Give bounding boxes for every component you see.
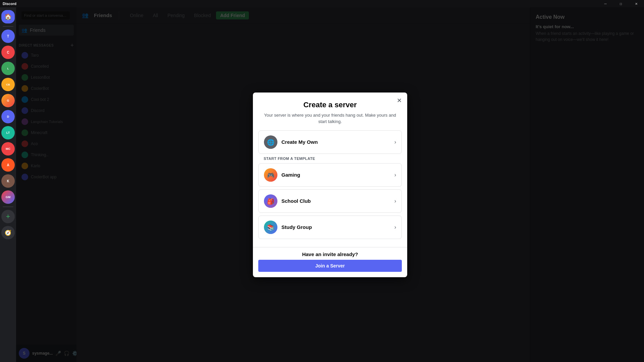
server-icon[interactable]: A bbox=[1, 158, 15, 172]
svg-text:🎒: 🎒 bbox=[267, 197, 275, 205]
server-home-button[interactable]: 🏠 bbox=[1, 10, 15, 23]
server-icon[interactable]: LT bbox=[1, 126, 15, 139]
gaming-arrow: › bbox=[394, 172, 396, 178]
server-icon[interactable]: MC bbox=[1, 142, 15, 156]
maximize-button[interactable]: □ bbox=[613, 0, 629, 7]
study-group-label: Study Group bbox=[281, 224, 390, 230]
server-icon[interactable]: D bbox=[1, 110, 15, 123]
app-title: Discord bbox=[3, 2, 16, 6]
school-club-template-option[interactable]: 🎒 School Club › bbox=[258, 189, 402, 213]
add-server-button[interactable]: + bbox=[1, 210, 15, 223]
gaming-label: Gaming bbox=[281, 172, 390, 178]
create-own-icon: 🌐 bbox=[264, 135, 277, 149]
close-button[interactable]: ✕ bbox=[629, 0, 644, 7]
school-club-icon: 🎒 bbox=[264, 194, 277, 208]
server-icon[interactable]: CB bbox=[1, 78, 15, 91]
create-my-own-option[interactable]: 🌐 Create My Own › bbox=[258, 130, 402, 154]
invite-title: Have an invite already? bbox=[258, 251, 402, 257]
create-server-modal: Create a server Your server is where you… bbox=[253, 93, 407, 277]
gaming-icon: 🎮 bbox=[264, 168, 277, 182]
minimize-button[interactable]: ─ bbox=[598, 0, 613, 7]
modal-overlay[interactable]: Create a server Your server is where you… bbox=[16, 7, 644, 362]
svg-text:🌐: 🌐 bbox=[267, 138, 275, 146]
modal-header: Create a server Your server is where you… bbox=[253, 93, 407, 128]
create-own-arrow: › bbox=[394, 139, 396, 145]
study-group-icon: 📚 bbox=[264, 221, 277, 234]
server-icon[interactable]: C bbox=[1, 46, 15, 59]
template-section-label: START FROM A TEMPLATE bbox=[264, 157, 396, 161]
school-club-arrow: › bbox=[394, 198, 396, 204]
school-club-label: School Club bbox=[281, 198, 390, 204]
create-own-label: Create My Own bbox=[281, 139, 390, 145]
modal-title: Create a server bbox=[261, 101, 399, 109]
explore-servers-button[interactable]: 🧭 bbox=[1, 226, 15, 239]
join-server-button[interactable]: Join a Server bbox=[258, 260, 402, 272]
svg-text:📚: 📚 bbox=[267, 224, 275, 231]
server-list: 🏠 T C L CB G D LT MC A K GM + 🧭 bbox=[0, 7, 16, 362]
window-controls: ─ □ ✕ bbox=[598, 0, 644, 7]
study-group-arrow: › bbox=[394, 224, 396, 230]
modal-subtitle: Your server is where you and your friend… bbox=[261, 112, 399, 125]
server-icon[interactable]: T bbox=[1, 29, 15, 43]
modal-close-button[interactable]: ✕ bbox=[395, 97, 403, 105]
modal-footer: Have an invite already? Join a Server bbox=[253, 247, 407, 277]
server-icon[interactable]: K bbox=[1, 174, 15, 188]
modal-body: 🌐 Create My Own › START FROM A TEMPLATE bbox=[253, 128, 407, 247]
server-icon[interactable]: GM bbox=[1, 190, 15, 204]
gaming-template-option[interactable]: 🎮 Gaming › bbox=[258, 163, 402, 187]
server-divider-2 bbox=[3, 206, 13, 207]
title-bar: Discord ─ □ ✕ bbox=[0, 0, 644, 7]
server-divider bbox=[3, 26, 13, 27]
server-icon[interactable]: G bbox=[1, 94, 15, 107]
study-group-template-option[interactable]: 📚 Study Group › bbox=[258, 216, 402, 239]
server-icon[interactable]: L bbox=[1, 62, 15, 75]
svg-text:🎮: 🎮 bbox=[267, 171, 275, 179]
